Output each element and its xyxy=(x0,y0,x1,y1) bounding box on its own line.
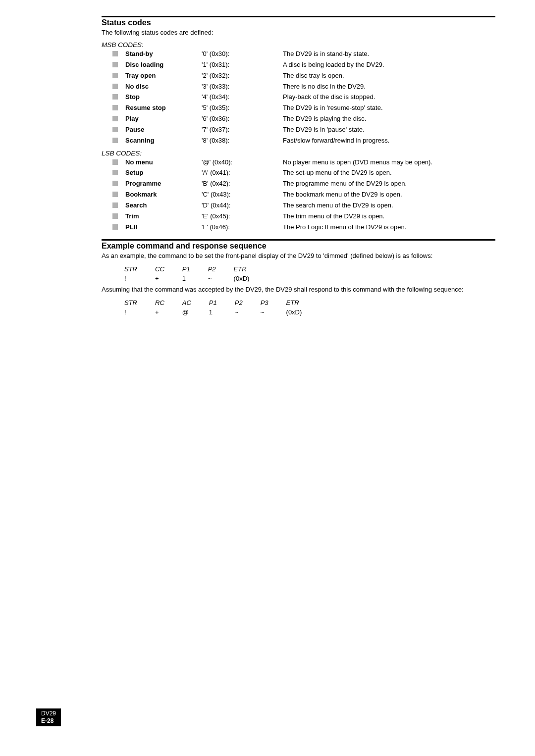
code-desc: The Pro Logic II menu of the DV29 is ope… xyxy=(283,222,434,233)
code-desc: The DV29 is in 'resume-stop' state. xyxy=(283,103,391,114)
bullet-icon xyxy=(112,116,118,121)
code-value: 'B' (0x42): xyxy=(202,179,283,190)
code-name: Stop xyxy=(125,92,202,103)
seq-hdr: STR xyxy=(115,298,146,308)
code-value: 'A' (0x41): xyxy=(202,168,283,179)
seq-val: 1 xyxy=(200,307,226,317)
table-row: Play'6' (0x36):The DV29 is playing the d… xyxy=(112,114,391,125)
page: Status codes The following status codes … xyxy=(0,0,535,756)
table-row: STR CC P1 P2 ETR xyxy=(115,264,258,274)
code-desc: The DV29 is playing the disc. xyxy=(283,114,391,125)
group-label-lsb: LSB CODES: xyxy=(102,150,495,157)
table-row: Pause'7' (0x37):The DV29 is in 'pause' s… xyxy=(112,125,391,136)
code-name: Resume stop xyxy=(125,103,202,114)
code-name: Play xyxy=(125,114,202,125)
section-title-status-codes: Status codes xyxy=(102,18,495,27)
seq-val: (0xD) xyxy=(225,274,259,284)
table-row: No menu'@' (0x40):No player menu is open… xyxy=(112,157,434,168)
lsb-codes-table: No menu'@' (0x40):No player menu is open… xyxy=(112,157,434,233)
code-desc: No player menu is open (DVD menus may be… xyxy=(283,157,434,168)
seq-hdr: CC xyxy=(146,264,173,274)
seq-hdr: RC xyxy=(146,298,173,308)
table-row: No disc'3' (0x33):There is no disc in th… xyxy=(112,82,391,93)
response-sequence-table: STR RC AC P1 P2 P3 ETR ! + @ 1 ~ ~ (0xD) xyxy=(115,298,311,317)
seq-val: @ xyxy=(173,307,200,317)
code-desc: There is no disc in the DV29. xyxy=(283,82,391,93)
bullet-icon xyxy=(112,105,118,110)
code-desc: The bookmark menu of the DV29 is open. xyxy=(283,190,434,201)
code-name: Pause xyxy=(125,125,202,136)
table-row: Setup'A' (0x41):The set-up menu of the D… xyxy=(112,168,434,179)
code-name: Tray open xyxy=(125,71,202,82)
bullet-icon xyxy=(112,202,118,208)
bullet-icon xyxy=(112,192,118,197)
code-desc: Fast/slow forward/rewind in progress. xyxy=(283,136,391,147)
code-name: Setup xyxy=(125,168,202,179)
table-row: PLII'F' (0x46):The Pro Logic II menu of … xyxy=(112,222,434,233)
bullet-icon xyxy=(112,62,118,67)
code-value: '5' (0x35): xyxy=(202,103,283,114)
table-row: Search'D' (0x44):The search menu of the … xyxy=(112,201,434,211)
seq-hdr: P1 xyxy=(200,298,226,308)
table-row: Stop'4' (0x34):Play-back of the disc is … xyxy=(112,92,391,103)
bullet-icon xyxy=(112,170,118,175)
code-desc: The DV29 is in 'pause' state. xyxy=(283,125,391,136)
code-name: Stand-by xyxy=(125,49,202,60)
bullet-icon xyxy=(112,84,118,89)
footer-page: E-28 xyxy=(41,717,56,724)
code-desc: The DV29 is in stand-by state. xyxy=(283,49,391,60)
table-row: ! + @ 1 ~ ~ (0xD) xyxy=(115,307,311,317)
section-rule xyxy=(102,16,495,17)
command-sequence-table: STR CC P1 P2 ETR ! + 1 ~ (0xD) xyxy=(115,264,258,284)
code-desc: The search menu of the DV29 is open. xyxy=(283,201,434,211)
table-row: Stand-by'0' (0x30):The DV29 is in stand-… xyxy=(112,49,391,60)
code-name: PLII xyxy=(125,222,202,233)
seq-val: ! xyxy=(115,274,146,284)
bullet-icon xyxy=(112,73,118,78)
section-intro-example: As an example, the command to be set the… xyxy=(102,252,495,259)
bullet-icon xyxy=(112,224,118,230)
seq-val: 1 xyxy=(173,274,199,284)
code-desc: The trim menu of the DV29 is open. xyxy=(283,211,434,222)
seq-val: (0xD) xyxy=(277,307,311,317)
section-title-example: Example command and response sequence xyxy=(102,242,495,251)
table-row: Bookmark'C' (0x43):The bookmark menu of … xyxy=(112,190,434,201)
code-name: Trim xyxy=(125,211,202,222)
table-row: STR RC AC P1 P2 P3 ETR xyxy=(115,298,311,308)
seq-hdr: STR xyxy=(115,264,146,274)
seq-val: + xyxy=(146,274,173,284)
code-value: 'E' (0x45): xyxy=(202,211,283,222)
seq-val: ~ xyxy=(199,274,225,284)
seq-hdr: ETR xyxy=(277,298,311,308)
code-value: '2' (0x32): xyxy=(202,71,283,82)
footer-badge: DV29 E-28 xyxy=(36,708,61,726)
code-value: '6' (0x36): xyxy=(202,114,283,125)
content-column: Status codes The following status codes … xyxy=(102,16,495,317)
code-value: '@' (0x40): xyxy=(202,157,283,168)
table-row: Resume stop'5' (0x35):The DV29 is in 're… xyxy=(112,103,391,114)
seq-hdr: P1 xyxy=(173,264,199,274)
code-name: Bookmark xyxy=(125,190,202,201)
code-name: Scanning xyxy=(125,136,202,147)
code-value: '4' (0x34): xyxy=(202,92,283,103)
section-intro-status: The following status codes are defined: xyxy=(102,29,495,36)
footer-product: DV29 xyxy=(41,710,56,717)
code-desc: The disc tray is open. xyxy=(283,71,391,82)
code-value: '3' (0x33): xyxy=(202,82,283,93)
table-row: ! + 1 ~ (0xD) xyxy=(115,274,258,284)
seq-val: + xyxy=(146,307,173,317)
bullet-icon xyxy=(112,127,118,132)
code-name: Search xyxy=(125,201,202,211)
bullet-icon xyxy=(112,159,118,165)
seq-val: ~ xyxy=(252,307,277,317)
code-value: '7' (0x37): xyxy=(202,125,283,136)
code-desc: The programme menu of the DV29 is open. xyxy=(283,179,434,190)
bullet-icon xyxy=(112,94,118,100)
code-name: Programme xyxy=(125,179,202,190)
table-row: Trim'E' (0x45):The trim menu of the DV29… xyxy=(112,211,434,222)
seq-val: ! xyxy=(115,307,146,317)
code-value: '0' (0x30): xyxy=(202,49,283,60)
bullet-icon xyxy=(112,181,118,186)
code-desc: Play-back of the disc is stopped. xyxy=(283,92,391,103)
table-row: Scanning'8' (0x38):Fast/slow forward/rew… xyxy=(112,136,391,147)
